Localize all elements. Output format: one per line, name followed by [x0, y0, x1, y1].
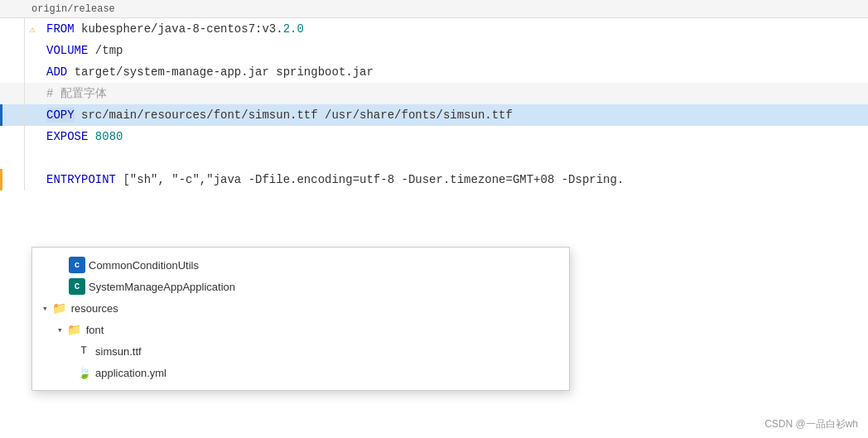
popup-item-system-manage[interactable]: C SystemManageAppApplication [32, 276, 569, 297]
csdn-watermark: CSDN @一品白衫wh [764, 417, 858, 431]
class-icon-common: c [69, 257, 85, 273]
code-line-2: VOLUME /tmp [0, 40, 868, 61]
popup-label-resources: resources [71, 302, 118, 315]
left-border-entrypoint [0, 169, 2, 190]
popup-label-system: SystemManageAppApplication [89, 281, 235, 293]
code-section: ⚠ FROM kubesphere/java-8-centos7:v3.2.0 … [0, 18, 868, 190]
entrypoint-value: ["sh", "-c","java -Dfile.encoding=utf-8 … [123, 173, 624, 186]
keyword-expose: EXPOSE [46, 130, 88, 143]
copy-value: src/main/resources/font/simsun.ttf /usr/… [81, 108, 513, 122]
popup-label-appyml: application.yml [95, 367, 166, 379]
code-content-8: ENTRYPOINT ["sh", "-c","java -Dfile.enco… [40, 173, 868, 186]
popup-item-simsun[interactable]: T simsun.ttf [32, 340, 569, 362]
code-line-4: # 配置字体 [0, 83, 868, 104]
code-line-1: ⚠ FROM kubesphere/java-8-centos7:v3.2.0 [0, 18, 868, 40]
volume-value: /tmp [95, 44, 123, 57]
version-highlight: 2.0 [283, 22, 304, 36]
popup-label-common: CommonConditionUtils [89, 259, 199, 272]
code-content-2: VOLUME /tmp [40, 44, 868, 57]
left-border-copy [0, 104, 2, 126]
code-line-7 [0, 147, 868, 169]
ttf-icon-simsun: T [75, 343, 92, 359]
breadcrumb-text: origin/release [31, 3, 115, 15]
popup-item-appyml[interactable]: 🍃 application.yml [32, 362, 569, 383]
toggle-resources: ▾ [42, 303, 48, 314]
line-number-1 [0, 18, 25, 40]
code-line-5: COPY src/main/resources/font/simsun.ttf … [0, 104, 868, 126]
popup-item-resources[interactable]: ▾ 📁 resources [32, 297, 569, 319]
keyword-from: FROM [46, 22, 75, 36]
from-value: kubesphere/java-8-centos7:v3. [81, 22, 283, 36]
yml-icon-app: 🍃 [75, 364, 92, 381]
line-number-5 [0, 104, 25, 126]
popup-item-font[interactable]: ▾ 📁 font [32, 319, 569, 340]
code-content-1: FROM kubesphere/java-8-centos7:v3.2.0 [40, 22, 868, 36]
keyword-add: ADD [46, 65, 67, 79]
add-value: target/system-manage-app.jar springboot.… [75, 65, 374, 79]
comment-text: # 配置字体 [46, 87, 107, 100]
toggle-font: ▾ [57, 325, 63, 335]
code-line-3: ADD target/system-manage-app.jar springb… [0, 61, 868, 83]
line-number-4 [0, 83, 25, 104]
folder-icon-font: 📁 [66, 321, 83, 338]
popup-panel: c CommonConditionUtils C SystemManageApp… [31, 247, 570, 391]
code-content-6: EXPOSE 8080 [40, 130, 868, 143]
popup-label-font: font [86, 324, 104, 336]
keyword-copy: COPY [46, 108, 75, 123]
expose-value: 8080 [95, 130, 123, 143]
folder-icon-resources: 📁 [51, 300, 68, 316]
keyword-entrypoint: ENTRYPOINT [46, 173, 116, 186]
code-content-4: # 配置字体 [40, 86, 868, 101]
line-number-6 [0, 126, 25, 147]
popup-label-simsun: simsun.ttf [95, 345, 142, 358]
breadcrumb-header: origin/release [0, 0, 868, 18]
code-content-3: ADD target/system-manage-app.jar springb… [40, 65, 868, 79]
keyword-volume: VOLUME [46, 44, 88, 57]
editor-area: origin/release ⚠ FROM kubesphere/java-8-… [0, 0, 868, 438]
warning-icon-1: ⚠ [25, 23, 40, 36]
code-content-5: COPY src/main/resources/font/simsun.ttf … [40, 108, 868, 122]
class-icon-system: C [69, 278, 85, 295]
popup-item-common-condition[interactable]: c CommonConditionUtils [32, 254, 569, 276]
line-number-3 [0, 61, 25, 83]
line-number-8 [0, 169, 25, 190]
line-number-2 [0, 40, 25, 61]
code-line-8: ENTRYPOINT ["sh", "-c","java -Dfile.enco… [0, 169, 868, 190]
code-line-6: EXPOSE 8080 [0, 126, 868, 147]
line-number-7 [0, 147, 25, 169]
